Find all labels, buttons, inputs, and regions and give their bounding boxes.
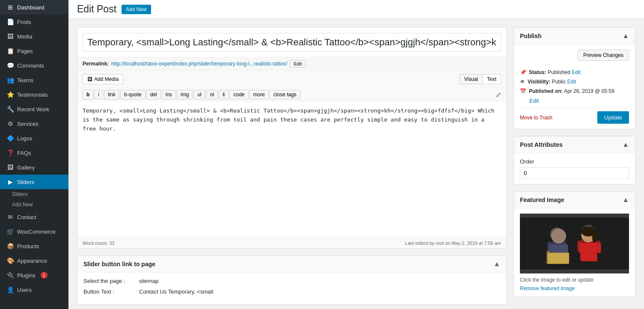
main-content: Edit Post Add New Permalink: http://loca… bbox=[68, 0, 644, 309]
sidebar-item-services[interactable]: ⚙ Services bbox=[0, 116, 68, 131]
fmt-img[interactable]: img bbox=[177, 90, 193, 99]
tab-text[interactable]: Text bbox=[482, 74, 501, 84]
preview-changes-button[interactable]: Preview Changes bbox=[578, 50, 629, 61]
editor-toolbar-top: 🖼 Add Media Visual Text bbox=[77, 71, 506, 88]
status-edit-link[interactable]: Edit bbox=[572, 69, 581, 75]
sidebar: ⊞ Dashboard 📄 Posts 🖼 Media 📋 Pages 💬 Co… bbox=[0, 0, 68, 309]
publish-actions: Move to Trash Update bbox=[520, 107, 629, 124]
add-new-button[interactable]: Add New bbox=[122, 5, 151, 14]
sidebar-item-pages[interactable]: 📋 Pages bbox=[0, 44, 68, 58]
faqs-icon: ❓ bbox=[7, 149, 14, 156]
word-count: Word count: 33 bbox=[83, 241, 114, 246]
posts-icon: 📄 bbox=[7, 18, 14, 25]
fmt-li[interactable]: li bbox=[219, 90, 229, 99]
format-buttons: b i link b-quote del ins img ul ol li co… bbox=[77, 88, 506, 101]
sidebar-item-comments[interactable]: 💬 Comments bbox=[0, 58, 68, 73]
fmt-ul[interactable]: ul bbox=[193, 90, 205, 99]
sidebar-item-appearance[interactable]: 🎨 Appearance bbox=[0, 253, 68, 268]
slider-button-body: Select the page : sitemap Button Text : … bbox=[77, 273, 506, 304]
status-row: 📌 Status: Published Edit bbox=[520, 68, 629, 77]
collapse-publish[interactable]: ▲ bbox=[622, 32, 629, 40]
collapse-slider-button[interactable]: ▲ bbox=[493, 260, 500, 268]
move-to-trash-link[interactable]: Move to Trash bbox=[520, 115, 552, 121]
fmt-italic[interactable]: i bbox=[94, 90, 103, 99]
appearance-icon: 🎨 bbox=[7, 257, 14, 264]
sidebar-item-faqs[interactable]: ❓ FAQs bbox=[0, 146, 68, 160]
services-icon: ⚙ bbox=[7, 120, 14, 127]
sliders-icon: ▶ bbox=[7, 178, 14, 185]
svg-rect-21 bbox=[579, 243, 583, 253]
pages-icon: 📋 bbox=[7, 48, 14, 54]
sidebar-item-testimonials[interactable]: ⭐ Testimonials bbox=[0, 87, 68, 102]
visibility-edit-link[interactable]: Edit bbox=[567, 79, 576, 85]
edit-permalink-button[interactable]: Edit bbox=[290, 60, 306, 68]
content-columns: Permalink: http://localhost/tatoo-expert… bbox=[77, 27, 635, 309]
select-page-label: Select the page : bbox=[83, 278, 135, 284]
select-page-value: sitemap bbox=[139, 278, 159, 284]
title-row bbox=[77, 28, 506, 57]
sidebar-item-users[interactable]: 👤 Users bbox=[0, 282, 68, 297]
featured-image-body: Click the image to edit or update Remove… bbox=[514, 208, 635, 297]
post-attributes-body: Order bbox=[514, 153, 635, 184]
sidebar-item-plugins[interactable]: 🔌 Plugins 1 bbox=[0, 268, 68, 282]
calendar-icon: 📅 bbox=[520, 88, 526, 94]
sidebar-item-woocommerce[interactable]: 🛒 WooCommerce bbox=[0, 224, 68, 239]
fmt-close-tags[interactable]: close tags bbox=[270, 90, 300, 99]
publish-panel-body: Preview Changes 📌 Status: Published Edit… bbox=[514, 45, 635, 129]
svg-rect-22 bbox=[597, 243, 601, 253]
sidebar-item-dashboard[interactable]: ⊞ Dashboard bbox=[0, 0, 68, 15]
expand-editor-button[interactable]: ⤢ bbox=[496, 91, 501, 99]
update-button[interactable]: Update bbox=[597, 111, 629, 124]
collapse-featured-image[interactable]: ▲ bbox=[622, 196, 629, 204]
content-wrapper: Permalink: http://localhost/tatoo-expert… bbox=[68, 19, 644, 309]
button-text-value: Contact Us Temporary, <small bbox=[139, 288, 213, 295]
post-attributes-header: Post Attributes ▲ bbox=[514, 137, 635, 153]
page-title: Edit Post bbox=[77, 3, 116, 15]
fmt-code[interactable]: code bbox=[229, 90, 248, 99]
sidebar-item-products[interactable]: 📦 Products bbox=[0, 239, 68, 253]
sidebar-item-contact[interactable]: ✉ Contact bbox=[0, 210, 68, 224]
svg-rect-18 bbox=[548, 253, 569, 264]
svg-point-24 bbox=[592, 231, 597, 242]
publish-panel: Publish ▲ Preview Changes 📌 Status: Publ… bbox=[513, 27, 635, 129]
collapse-post-attributes[interactable]: ▲ bbox=[622, 141, 629, 149]
sidebar-sub-add-new-slider[interactable]: Add New bbox=[0, 199, 68, 210]
order-input[interactable] bbox=[520, 167, 629, 179]
contact-icon: ✉ bbox=[7, 214, 14, 220]
content-main: Permalink: http://localhost/tatoo-expert… bbox=[77, 27, 507, 309]
comments-icon: 💬 bbox=[7, 62, 14, 69]
fmt-del[interactable]: del bbox=[146, 90, 161, 99]
sidebar-item-posts[interactable]: 📄 Posts bbox=[0, 15, 68, 29]
fmt-ins[interactable]: ins bbox=[162, 90, 176, 99]
sidebar-item-gallery[interactable]: 🖼 Gallery bbox=[0, 160, 68, 175]
remove-featured-image-link[interactable]: Remove featured image bbox=[520, 285, 629, 291]
fmt-link[interactable]: link bbox=[104, 90, 119, 99]
teams-icon: 👥 bbox=[7, 77, 14, 83]
dashboard-icon: ⊞ bbox=[7, 4, 14, 11]
visibility-icon: 👁 bbox=[520, 79, 525, 85]
fmt-more[interactable]: more bbox=[249, 90, 269, 99]
view-tabs: Visual Text bbox=[460, 74, 501, 84]
editor-content[interactable]: Temporary, <small>Long Lasting</small> &… bbox=[77, 101, 506, 236]
slider-button-header: Slider button link to page ▲ bbox=[77, 256, 506, 273]
published-on-edit-link[interactable]: Edit bbox=[529, 98, 539, 104]
gallery-icon: 🖼 bbox=[7, 164, 14, 171]
plugins-badge: 1 bbox=[41, 272, 47, 279]
sidebar-item-media[interactable]: 🖼 Media bbox=[0, 29, 68, 44]
fmt-ol[interactable]: ol bbox=[206, 90, 218, 99]
fmt-bquote[interactable]: b-quote bbox=[120, 90, 145, 99]
permalink-link[interactable]: http://localhost/tatoo-expert/index.php/… bbox=[111, 61, 287, 67]
sidebar-item-sliders[interactable]: ▶ Sliders bbox=[0, 175, 68, 189]
woocommerce-icon: 🛒 bbox=[7, 228, 14, 235]
sidebar-item-teams[interactable]: 👥 Teams bbox=[0, 73, 68, 87]
fmt-bold[interactable]: b bbox=[83, 90, 93, 99]
svg-rect-15 bbox=[520, 217, 629, 269]
sidebar-item-recent-work[interactable]: 🔧 Recent Work bbox=[0, 102, 68, 116]
sidebar-sub-sliders[interactable]: Sliders bbox=[0, 189, 68, 199]
featured-image-thumbnail[interactable] bbox=[520, 214, 629, 273]
add-media-button[interactable]: 🖼 Add Media bbox=[83, 74, 123, 84]
post-title-input[interactable] bbox=[83, 33, 501, 52]
tab-visual[interactable]: Visual bbox=[460, 74, 482, 84]
sidebar-item-logos[interactable]: 🔷 Logos bbox=[0, 131, 68, 146]
recent-work-icon: 🔧 bbox=[7, 106, 14, 113]
